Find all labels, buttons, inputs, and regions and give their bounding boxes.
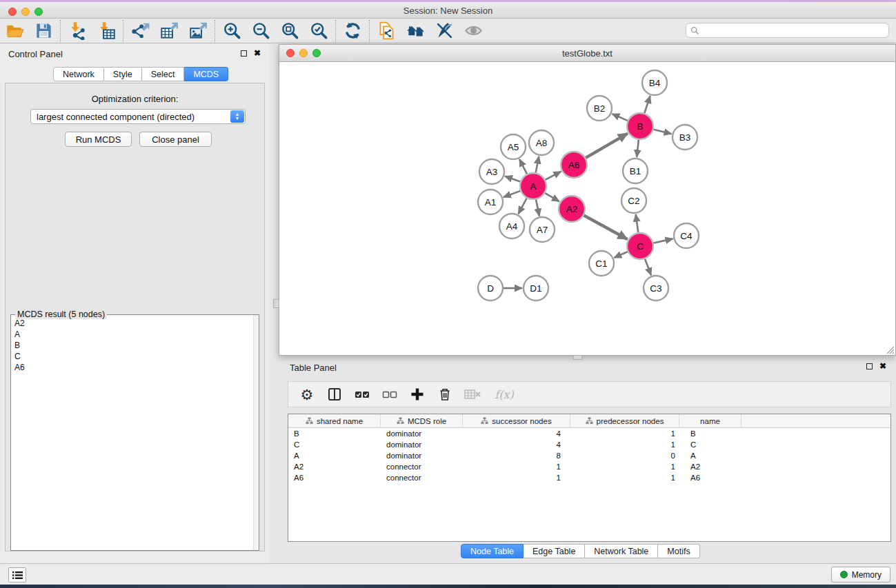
result-scrollbar[interactable]: [253, 315, 259, 550]
graph-edge[interactable]: [544, 193, 559, 202]
zoom-in-button[interactable]: [217, 20, 246, 42]
graph-edge[interactable]: [653, 239, 673, 243]
graph-node[interactable]: A2: [559, 196, 585, 222]
graph-node[interactable]: C2: [621, 188, 646, 213]
tab-edge-table[interactable]: Edge Table: [524, 544, 585, 558]
deselect-all-rows-button[interactable]: [381, 385, 399, 403]
graph-node[interactable]: A6: [561, 152, 587, 178]
column-header[interactable]: MCDS role: [381, 414, 463, 427]
function-builder-button[interactable]: f(x): [491, 385, 517, 403]
graph-node[interactable]: B4: [642, 70, 667, 95]
graph-node[interactable]: A8: [529, 130, 554, 155]
graph-node[interactable]: A: [520, 173, 546, 199]
tab-style[interactable]: Style: [104, 67, 142, 81]
column-header[interactable]: predecessor nodes: [570, 414, 679, 427]
memory-button[interactable]: Memory: [831, 567, 890, 582]
add-row-button[interactable]: [408, 385, 426, 403]
zoom-out-button[interactable]: [246, 20, 275, 42]
graph-node[interactable]: C: [627, 233, 653, 259]
network-window-titlebar[interactable]: testGlobe.txt: [279, 45, 895, 62]
tab-node-table[interactable]: Node Table: [461, 544, 524, 558]
optimization-criterion-select[interactable]: largest connected component (directed) ▲…: [30, 109, 246, 124]
tab-network-table[interactable]: Network Table: [585, 544, 658, 558]
graph-node[interactable]: B3: [673, 125, 697, 150]
graph-node[interactable]: A5: [501, 134, 526, 159]
window-resize-grip[interactable]: [885, 345, 895, 354]
column-header[interactable]: successor nodes: [463, 414, 570, 427]
tab-select[interactable]: Select: [142, 67, 185, 81]
network-canvas[interactable]: AA1A2A3A4A5A6A7A8BB1B2B3B4CC1C2C3C4DD1: [279, 62, 895, 355]
graph-node[interactable]: A4: [499, 214, 524, 239]
import-network-button[interactable]: [63, 20, 92, 42]
search-input[interactable]: [699, 24, 888, 37]
close-panel-icon[interactable]: ✖: [254, 50, 261, 57]
mcds-result-item[interactable]: A: [14, 329, 253, 340]
graph-edge[interactable]: [519, 159, 527, 174]
graph-edge[interactable]: [518, 198, 527, 214]
graph-edge[interactable]: [504, 191, 521, 197]
task-history-button[interactable]: [8, 567, 26, 582]
graph-edge[interactable]: [584, 215, 628, 239]
zoom-fit-button[interactable]: [275, 20, 304, 42]
export-network-button[interactable]: [126, 20, 155, 42]
mcds-result-item[interactable]: B: [14, 340, 253, 351]
mcds-result-item[interactable]: A2: [14, 318, 253, 329]
graph-node[interactable]: A1: [478, 190, 503, 214]
graph-node[interactable]: A7: [530, 217, 555, 242]
save-session-button[interactable]: [29, 20, 58, 42]
graph-node[interactable]: B2: [587, 96, 612, 121]
graph-node[interactable]: D: [478, 276, 503, 301]
vertical-splitter-handle[interactable]: [273, 299, 279, 308]
float-panel-icon[interactable]: [241, 50, 247, 57]
graph-edge[interactable]: [536, 199, 539, 216]
mcds-result-item[interactable]: C: [14, 351, 253, 362]
delete-row-button[interactable]: [436, 385, 454, 403]
tab-network[interactable]: Network: [53, 67, 104, 81]
export-image-button[interactable]: [183, 20, 212, 42]
graph-node[interactable]: C4: [674, 223, 699, 248]
table-settings-button[interactable]: ⚙: [298, 385, 316, 403]
graph-node[interactable]: A3: [479, 159, 504, 184]
table-row[interactable]: A2connector11A2: [288, 461, 890, 472]
graph-edge[interactable]: [637, 139, 639, 157]
show-graphics-details-button[interactable]: [459, 20, 488, 42]
graph-edge[interactable]: [536, 156, 539, 174]
select-all-rows-button[interactable]: [353, 385, 371, 403]
refresh-view-button[interactable]: [338, 20, 367, 42]
float-table-panel-icon[interactable]: [866, 363, 873, 369]
graph-edge[interactable]: [653, 130, 671, 134]
close-panel-button[interactable]: Close panel: [139, 132, 212, 147]
table-row[interactable]: Bdominator41B: [288, 428, 890, 439]
graph-edge[interactable]: [614, 252, 628, 258]
tab-motifs[interactable]: Motifs: [658, 544, 699, 558]
graph-node[interactable]: D1: [524, 276, 548, 301]
graph-edge[interactable]: [645, 258, 651, 276]
graph-node[interactable]: B1: [623, 159, 648, 183]
graph-edge[interactable]: [585, 134, 627, 159]
delete-table-button[interactable]: [464, 385, 481, 403]
column-header[interactable]: shared name: [288, 414, 381, 427]
graph-edge[interactable]: [636, 214, 639, 233]
import-table-button[interactable]: [92, 20, 121, 42]
hide-annotations-button[interactable]: [430, 20, 459, 42]
graph-edge[interactable]: [505, 176, 521, 182]
tab-mcds[interactable]: MCDS: [184, 67, 228, 81]
table-row[interactable]: Cdominator41C: [288, 439, 890, 450]
run-mcds-button[interactable]: Run MCDS: [65, 132, 132, 147]
close-table-panel-icon[interactable]: ✖: [879, 363, 886, 369]
graph-edge[interactable]: [644, 96, 650, 114]
table-row[interactable]: Adominator80A: [288, 450, 890, 461]
column-selector-button[interactable]: [326, 385, 344, 403]
home-button[interactable]: [401, 20, 430, 42]
graph-node[interactable]: C3: [644, 276, 668, 301]
open-folder-button[interactable]: [0, 20, 29, 42]
column-header[interactable]: name: [679, 414, 741, 427]
table-row[interactable]: A6connector11A6: [288, 472, 890, 483]
graph-edge[interactable]: [612, 114, 628, 121]
mcds-result-list[interactable]: A2ABCA6: [12, 316, 253, 549]
zoom-selected-button[interactable]: [304, 20, 333, 42]
export-table-button[interactable]: [155, 20, 183, 42]
new-network-from-selection-button[interactable]: [372, 20, 401, 42]
mcds-result-item[interactable]: A6: [14, 362, 253, 373]
graph-node[interactable]: B: [627, 113, 653, 139]
